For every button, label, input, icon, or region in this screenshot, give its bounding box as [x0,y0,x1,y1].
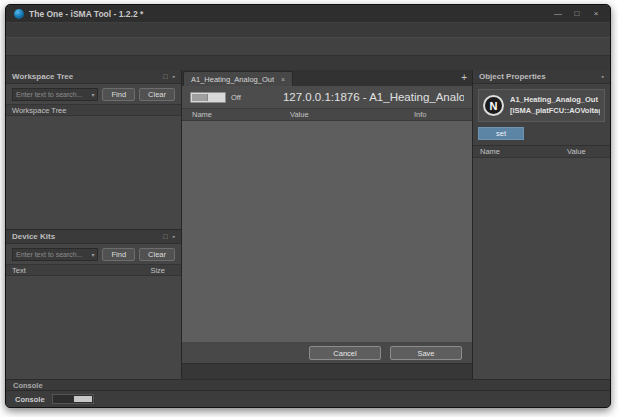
live-mode-toggle[interactable] [190,92,226,103]
search-input[interactable]: Enter text to search... ▾ [12,88,98,101]
column-name-label: Name [473,147,564,156]
console-panel-title: Console [13,381,603,390]
workspace-tree-panel: Workspace Tree □ ▪ Enter text to search.… [6,70,181,230]
object-properties-header: Object Properties ▪ [473,70,610,84]
chevron-down-icon[interactable]: ▾ [91,91,94,98]
document-tab-bar: A1_Heating_Analog_Out × + [182,70,472,86]
workspace-tree-title: Workspace Tree [12,72,163,81]
breadcrumb [6,55,610,70]
app-logo-icon [14,9,24,19]
toolbar [6,37,610,55]
status-bar: Console [6,390,610,407]
console-label: Console [15,395,45,404]
add-tab-icon[interactable]: + [461,72,467,83]
column-info-label: Info [410,110,472,119]
object-properties-table-body [473,158,610,379]
pin-icon[interactable]: ▪ [602,73,604,80]
main-area: Workspace Tree □ ▪ Enter text to search.… [6,70,610,379]
find-button[interactable]: Find [102,248,135,261]
workspace-tree-column-header: Workspace Tree [6,104,181,116]
window-controls: — □ × [552,9,602,18]
column-value-label: Value [286,110,410,119]
device-kits-list [6,276,181,379]
device-kits-panel: Device Kits □ ▪ Enter text to search... … [6,230,181,379]
editor-column: A1_Heating_Analog_Out × + Off 127.0.0.1:… [182,70,473,379]
clear-button[interactable]: Clear [139,88,175,101]
property-sheet-empty-area [182,121,472,343]
search-placeholder: Enter text to search... [16,91,91,98]
component-type: [iSMA_platFCU::AOVoltage] [510,106,600,115]
component-identity: A1_Heating_Analog_Out [iSMA_platFCU::AOV… [510,95,600,115]
object-properties-panel: Object Properties ▪ N A1_Heating_Analog_… [473,70,610,379]
window-title: The One - iSMA Tool - 1.2.2 * [29,9,547,19]
toggle-label: Off [231,93,241,102]
cancel-button[interactable]: Cancel [309,346,381,360]
set-button[interactable]: set [478,127,524,140]
device-kits-header: Device Kits □ ▪ [6,230,181,244]
tab-close-icon[interactable]: × [281,76,285,83]
pin-icon[interactable]: ▪ [173,233,175,240]
column-size-label: Size [150,266,175,275]
device-kits-search-row: Enter text to search... ▾ Find Clear [6,244,181,264]
search-placeholder: Enter text to search... [16,251,91,258]
editor-header: Off 127.0.0.1:1876 - A1_Heating_Analog_O… [182,86,472,109]
clear-button[interactable]: Clear [139,248,175,261]
column-value-label: Value [564,147,610,156]
find-button[interactable]: Find [102,88,135,101]
property-table-header: Name Value Info [182,109,472,121]
search-input[interactable]: Enter text to search... ▾ [12,248,98,261]
editor-title: 127.0.0.1:1876 - A1_Heating_Analog_Out [… [283,91,464,103]
tab-label: A1_Heating_Analog_Out [191,75,274,84]
maximize-icon[interactable]: □ [571,9,583,18]
menu-bar [6,22,610,37]
toggle-thumb [192,94,208,101]
column-name-label: Name [182,110,286,119]
workspace-tree-header: Workspace Tree □ ▪ [6,70,181,84]
chevron-down-icon[interactable]: ▾ [91,251,94,258]
editor-action-bar: Cancel Save [182,343,472,363]
object-properties-table-header: Name Value [473,146,610,158]
title-bar[interactable]: The One - iSMA Tool - 1.2.2 * — □ × [6,5,610,22]
device-kits-column-header: Text Size [6,264,181,276]
save-button[interactable]: Save [390,346,462,360]
object-properties-title: Object Properties [479,72,602,81]
component-card: N A1_Heating_Analog_Out [iSMA_platFCU::A… [478,89,605,122]
app-window: The One - iSMA Tool - 1.2.2 * — □ × Work… [5,4,611,408]
sheet-tab-bar [182,363,472,379]
console-toggle-thumb [74,396,92,402]
tab-a1-heating-analog-out[interactable]: A1_Heating_Analog_Out × [183,71,293,86]
workspace-tree-list [6,116,181,229]
workspace-tree-header-icons: □ ▪ [163,73,175,80]
close-icon[interactable]: × [590,9,602,18]
component-name: A1_Heating_Analog_Out [510,95,598,104]
panel-maximize-icon[interactable]: □ [163,73,167,80]
component-n-icon: N [483,95,504,116]
pin-icon[interactable]: ▪ [173,73,175,80]
minimize-icon[interactable]: — [552,9,564,18]
workspace-tree-search-row: Enter text to search... ▾ Find Clear [6,84,181,104]
panel-maximize-icon[interactable]: □ [163,233,167,240]
console-panel-header[interactable]: Console [6,379,610,390]
device-kits-header-icons: □ ▪ [163,233,175,240]
console-toggle[interactable] [52,394,94,404]
column-text-label: Text [12,266,26,275]
left-column: Workspace Tree □ ▪ Enter text to search.… [6,70,182,379]
workspace-tree-column-label: Workspace Tree [12,106,66,115]
device-kits-title: Device Kits [12,232,163,241]
object-properties-header-icons: ▪ [602,73,604,80]
